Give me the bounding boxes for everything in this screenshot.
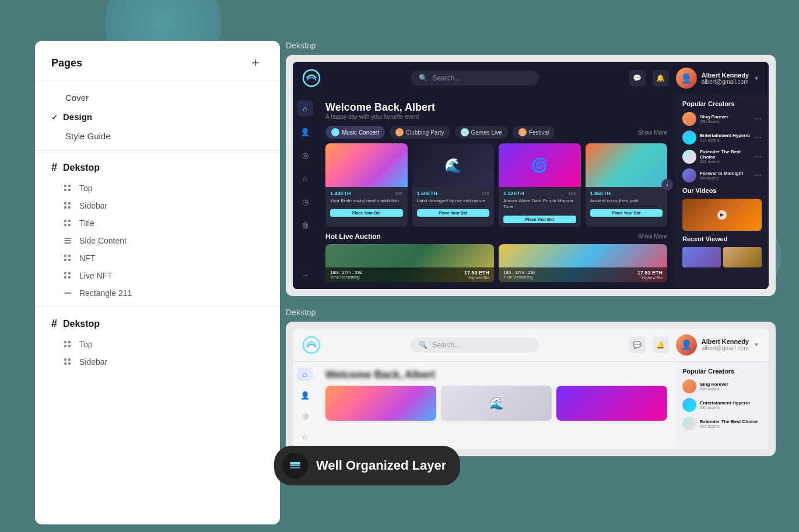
nft-likes-1: 320 — [395, 191, 402, 196]
app-body-light: ⌂ 👤 ◎ ☆ Welcome Back, Albert 🌊 — [293, 362, 769, 449]
nav-signout-icon: → — [297, 267, 313, 283]
grid-icon-sidebar — [63, 201, 72, 210]
user-email-light: albert@gmail.com — [702, 345, 749, 351]
creator-avatar-light-2 — [682, 398, 696, 412]
app-nav-sidebar: ⌂ 👤 ◎ ☆ ◷ 🗑 → — [293, 94, 317, 289]
user-info: Albert Kennedy albert@gmail.com — [702, 72, 749, 85]
sub-item-top-2[interactable]: Top — [35, 336, 280, 353]
nft-card-2-info: 1.50ETH 175 Land damaged by me and natur… — [412, 187, 495, 220]
sub-item-sidebar[interactable]: Sidebar — [35, 197, 280, 214]
cat-tab-festival[interactable]: ✿ Festival — [513, 126, 555, 139]
nft-bid-btn-4[interactable]: Place Your Bid — [590, 209, 663, 217]
sub-item-rectangle[interactable]: Rectangle 211 — [35, 284, 280, 302]
sub-item-title[interactable]: Title — [35, 214, 280, 232]
creator-item-1: Sing Forever 600 assets ⋯ — [682, 112, 762, 126]
nft-card-light-3 — [556, 386, 667, 421]
creator-more-4[interactable]: ⋯ — [755, 171, 762, 179]
nft-card-4-img — [586, 143, 668, 187]
welcome-sub: A happy day with your favorite event — [325, 114, 667, 120]
auction-time-2: 18h : 17m : 29s — [503, 270, 535, 275]
app-nav-sidebar-light: ⌂ 👤 ◎ ☆ — [293, 362, 317, 449]
sub-item-live-nft[interactable]: Live NFT — [35, 267, 280, 284]
nft-card-light-1-img — [325, 386, 436, 421]
nft-grid-next-btn[interactable]: › — [661, 179, 673, 191]
left-panel: Pages + Cover ✓ Design Style Guide # Dek… — [35, 41, 280, 524]
nft-card-2: 🌊 1.50ETH 175 Land damaged by me and nat… — [412, 143, 495, 227]
nft-card-light-1 — [325, 386, 436, 421]
nft-likes-3: 105 — [568, 191, 576, 196]
creator-more-1[interactable]: ⋯ — [755, 115, 762, 123]
creator-more-3[interactable]: ⋯ — [755, 153, 762, 161]
svg-rect-4 — [290, 462, 300, 464]
cat-tab-clubbing[interactable]: ✦ Clubbing Party — [390, 126, 450, 139]
nft-card-light-2: 🌊 — [441, 386, 552, 421]
auction-time-label-2: Time Remaining — [503, 275, 535, 279]
page-item-cover[interactable]: Cover — [35, 88, 280, 107]
creator-count-2: 315 assets — [700, 138, 751, 142]
section-dekstop-1-label: Dekstop — [63, 163, 100, 173]
creator-count-light-3: 421 assets — [700, 424, 762, 428]
tooltip-badge: Well Organized Layer — [274, 446, 460, 485]
search-bar-light: 🔍 Search... — [411, 337, 539, 353]
bell-icon-light: 🔔 — [653, 337, 669, 353]
creator-more-2[interactable]: ⋯ — [755, 133, 762, 142]
section-dekstop-2[interactable]: # Dekstop — [35, 312, 280, 336]
cat-tab-music[interactable]: ♪ Music Concert — [325, 126, 385, 139]
nft-bid-btn-3[interactable]: Place Your Bid — [503, 216, 576, 223]
cat-tab-games[interactable]: ◉ Games Live — [455, 126, 508, 139]
sub-item-sidebar-2[interactable]: Sidebar — [35, 353, 280, 371]
nft-price-4: 1.86ETH — [590, 191, 611, 196]
hash-icon-1: # — [51, 161, 57, 174]
grid-icon-sidebar-2 — [63, 357, 72, 367]
app-body-dark: ⌂ 👤 ◎ ☆ ◷ 🗑 → Welcome Back, Albert A hap… — [293, 94, 769, 289]
creator-info-light-1: Sing Forever 600 assets — [700, 382, 762, 391]
message-icon: 💬 — [629, 70, 646, 86]
cat-label-festival: Festival — [529, 129, 549, 136]
auction-eth-2: 17.53 ETH — [637, 270, 663, 276]
sub-item-side-content[interactable]: Side Content — [35, 232, 280, 249]
sub-item-nft[interactable]: NFT — [35, 249, 280, 267]
user-info-light: Albert Kennedy albert@gmail.com — [702, 338, 749, 351]
nft-card-2-img: 🌊 — [412, 143, 495, 187]
cat-dot-festival: ✿ — [518, 128, 527, 136]
sub-label-sidebar: Sidebar — [79, 201, 107, 210]
cat-label-games: Games Live — [471, 129, 502, 136]
nft-card-3-info: 1.32ETH 105 Aurora Wave Dark Purple Magm… — [499, 187, 581, 227]
sub-label-sidebar-2: Sidebar — [79, 357, 107, 367]
pages-list: Cover ✓ Design Style Guide # Dekstop Top… — [35, 81, 280, 378]
cat-label-clubbing: Clubbing Party — [406, 129, 444, 136]
sub-item-top[interactable]: Top — [35, 179, 280, 197]
creator-info-1: Sing Forever 600 assets — [700, 114, 751, 124]
search-icon-light: 🔍 — [419, 341, 427, 349]
creator-item-2: Entertainment Hyperio 315 assets ⋯ — [682, 131, 762, 145]
add-page-button[interactable]: + — [247, 55, 264, 71]
play-button[interactable]: ▶ — [717, 210, 727, 220]
grid-icon-top — [63, 184, 72, 193]
hot-auction-grid: 18h : 17m : 29s Time Remaining 17.53 ETH… — [325, 244, 667, 282]
page-item-design[interactable]: ✓ Design — [35, 107, 280, 126]
auction-time-1: 18h : 17m : 29s — [330, 270, 362, 275]
nft-grid-light: 🌊 — [325, 386, 667, 421]
nav-trash-icon: 🗑 — [297, 217, 313, 233]
page-cover-label: Cover — [65, 93, 89, 103]
preview2-label: Dekstop — [286, 308, 776, 317]
pages-header: Pages + — [35, 41, 280, 81]
creator-name-4: Forever In Midnight — [700, 171, 751, 176]
section-dekstop-1[interactable]: # Dekstop — [35, 156, 280, 179]
creator-count-light-1: 600 assets — [700, 387, 762, 391]
user-avatar-area-light: 👤 Albert Kennedy albert@gmail.com ▼ — [676, 334, 759, 355]
hot-auction-header: Hot Live Auction Show More — [325, 232, 667, 241]
show-more[interactable]: Show More — [637, 129, 667, 136]
nft-bid-btn-2[interactable]: Place Your Bid — [417, 209, 490, 217]
recent-viewed-grid — [682, 247, 762, 267]
cat-dot-music: ♪ — [331, 128, 339, 136]
rv-thumb-1 — [682, 247, 721, 267]
creator-count-light-2: 315 assets — [700, 406, 762, 410]
popular-creators-title-light: Popular Creators — [682, 368, 762, 375]
nft-bid-btn-1[interactable]: Place Your Bid — [330, 209, 403, 217]
creator-item-4: Forever In Midnight 9m assets ⋯ — [682, 168, 762, 182]
hot-auction-show-more[interactable]: Show More — [637, 233, 667, 239]
creator-name-light-2: Entertainment Hyperio — [700, 400, 762, 406]
page-item-styleguide[interactable]: Style Guide — [35, 126, 280, 146]
preview-card-1: 🔍 Search... 💬 🔔 👤 Albert Kennedy albert@… — [286, 55, 776, 296]
